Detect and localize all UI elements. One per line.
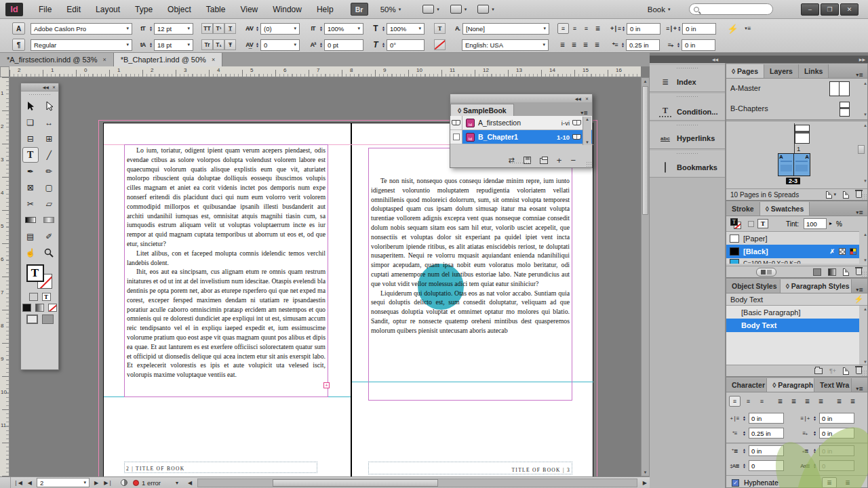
all-caps-button[interactable]: TT	[201, 23, 213, 34]
justify-center-button[interactable]: ≣	[557, 39, 568, 50]
stepper[interactable]	[741, 430, 747, 436]
space-after-field[interactable]: 0 in	[819, 445, 854, 456]
frame-tool[interactable]: ⊠	[22, 180, 39, 195]
first-line-indent-field[interactable]: 0.25 in	[749, 428, 784, 439]
text-outport-icon[interactable]: +	[323, 382, 330, 388]
view-options-dropdown[interactable]: ▾	[417, 5, 445, 14]
horizontal-scale-select[interactable]: 100% ▾	[387, 23, 425, 35]
scroll-thumb[interactable]	[858, 145, 865, 154]
gap-tool[interactable]: ↔	[41, 115, 57, 130]
leading-select[interactable]: 18 pt ▾	[154, 39, 193, 51]
skew-stepper[interactable]	[380, 42, 387, 48]
zoom-tool[interactable]	[41, 245, 57, 260]
control-panel-menu-icon[interactable]: ▾≣	[745, 26, 751, 31]
resize-grip[interactable]	[586, 161, 591, 167]
vertical-scroll-thumb[interactable]	[642, 86, 648, 215]
scroll-up-icon[interactable]: ▲	[642, 79, 649, 83]
align-to-spine-button[interactable]: ≣	[591, 39, 603, 50]
last-line-indent-field[interactable]: 0 in	[819, 428, 854, 439]
restore-button[interactable]: ❐	[821, 3, 839, 16]
scroll-down-icon[interactable]: ▼	[583, 140, 591, 144]
book-document-row-selected[interactable]: Id B_Chapter1 1-10	[450, 130, 592, 144]
master-b-row[interactable]: B-Chapters	[730, 104, 768, 113]
tab-pages[interactable]: ◊ Pages	[726, 64, 764, 78]
apply-gradient-button[interactable]	[35, 304, 44, 312]
arrange-documents-dropdown[interactable]: ▾	[472, 5, 500, 14]
rectangle-tool[interactable]: ▢	[41, 180, 57, 195]
font-style-select[interactable]: Regular ▾	[31, 39, 132, 51]
content-placer-tool[interactable]: ⊞	[41, 131, 57, 146]
left-indent-field[interactable]: 0 in	[627, 23, 660, 35]
leading-stepper[interactable]	[148, 42, 154, 48]
underline-button[interactable]: T̲	[224, 23, 236, 34]
screen-mode-dropdown[interactable]: ▾	[445, 5, 473, 14]
scroll-right-icon[interactable]: ▶	[640, 480, 650, 486]
page-tool[interactable]: ❏	[22, 115, 39, 130]
resize-grip[interactable]	[861, 370, 867, 375]
tab-close-icon[interactable]: ×	[102, 56, 106, 63]
fill-stroke-proxy[interactable]: T	[730, 218, 741, 229]
tab-object-styles[interactable]: Object Styles	[726, 279, 781, 293]
ruler-origin-corner[interactable]	[0, 66, 9, 77]
free-transform-tool[interactable]: ▱	[41, 196, 57, 211]
direct-selection-tool[interactable]	[41, 98, 57, 114]
right-text-frame[interactable]: Te non nisit, nonsequo quos consequ iden…	[368, 148, 572, 401]
align-right-button[interactable]: ≡	[756, 396, 768, 407]
stepper[interactable]	[812, 430, 818, 436]
style-row-body-text[interactable]: Body Text	[726, 319, 859, 332]
tracking-stepper[interactable]	[254, 42, 260, 48]
kerning-select[interactable]: (0) ▾	[260, 23, 300, 35]
justify-left-button[interactable]: ≣	[592, 23, 604, 34]
type-tool[interactable]: T	[22, 147, 39, 163]
new-swatch-button[interactable]	[843, 268, 849, 276]
horizontal-scale-stepper[interactable]	[380, 26, 387, 32]
menu-object[interactable]: Object	[160, 0, 199, 19]
preflight-icon[interactable]	[121, 479, 127, 486]
menu-window[interactable]: Window	[265, 0, 309, 19]
previous-page-button[interactable]: ◀	[25, 480, 35, 486]
close-icon[interactable]: ✕	[585, 96, 589, 101]
search-input[interactable]	[689, 3, 773, 15]
last-line-indent-field[interactable]: 0 in	[682, 39, 715, 51]
menu-file[interactable]: File	[31, 0, 59, 19]
page-number-dropdown[interactable]: 2 ▾	[37, 478, 90, 487]
stepper[interactable]	[741, 463, 747, 469]
menu-layout[interactable]: Layout	[88, 0, 127, 19]
skew-field[interactable]: 0°	[387, 39, 425, 51]
justify-full-button[interactable]: ≣	[815, 396, 827, 407]
pencil-tool[interactable]: ✏	[41, 163, 57, 179]
small-caps-button[interactable]: Tr	[201, 39, 213, 50]
color-panel-button[interactable]	[813, 268, 821, 276]
zoom-level-dropdown[interactable]: 50% ▾	[375, 5, 407, 14]
align-away-spine-button[interactable]: ≣	[847, 396, 859, 407]
tab-links[interactable]: Links	[799, 64, 829, 78]
vertical-ruler[interactable]: 1 2 3 4 5 6 7 8 9 10 11	[0, 77, 9, 476]
justify-full-button[interactable]: ≣	[580, 39, 591, 50]
new-page-button[interactable]	[843, 191, 849, 199]
drop-cap-style-button[interactable]: ≣	[822, 477, 837, 488]
strikethrough-button[interactable]: Ŧ	[224, 39, 236, 50]
left-indent-field[interactable]: 0 in	[749, 413, 784, 424]
panel-menu-icon[interactable]: ▾≣	[852, 386, 867, 392]
stepper[interactable]	[812, 463, 818, 469]
scroll-down-icon[interactable]: ▼	[862, 258, 868, 262]
panel-splitter[interactable]	[726, 119, 867, 121]
panel-menu-icon[interactable]: ▾≣	[852, 209, 867, 216]
stepper[interactable]	[812, 448, 818, 454]
right-indent-field[interactable]: 0 in	[682, 23, 716, 35]
scroll-left-icon[interactable]: ◀	[185, 480, 195, 486]
stepper[interactable]	[741, 415, 747, 422]
stepper[interactable]	[741, 448, 747, 454]
align-center-button[interactable]: ≡	[743, 396, 754, 407]
masters-scrollbar[interactable]: ▲ ▼	[858, 81, 865, 117]
master-a-row[interactable]: A-Master	[730, 84, 761, 92]
sidebar-item-index[interactable]: ≣Index	[650, 65, 725, 92]
justify-right-button[interactable]: ≣	[802, 396, 813, 407]
baseline-shift-stepper[interactable]	[318, 42, 324, 48]
fill-proxy[interactable]: T	[26, 264, 44, 282]
first-line-indent-stepper[interactable]	[620, 42, 626, 48]
menu-type[interactable]: Type	[127, 0, 160, 19]
pages-scrollbar[interactable]: ▲ ▼	[858, 123, 865, 183]
right-footer-frame[interactable]: TITLE OF BOOK | 3	[368, 462, 572, 474]
hand-tool[interactable]: ☝	[22, 245, 39, 260]
